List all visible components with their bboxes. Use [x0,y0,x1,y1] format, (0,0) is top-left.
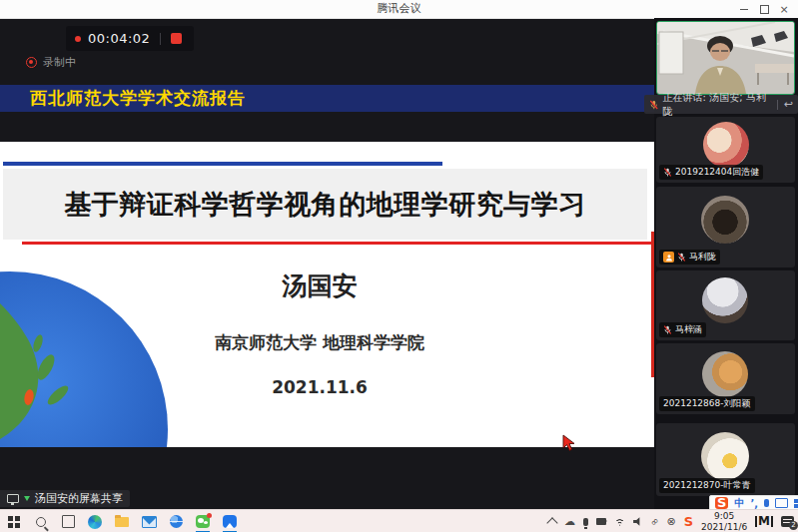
speaker-video-feed [657,22,794,94]
monitor-icon [7,494,19,503]
download-arrow-icon [24,496,30,504]
title-red-line [22,242,652,245]
slide-banner: 西北师范大学学术交流报告 [0,85,654,112]
wechat-app[interactable] [195,514,211,530]
cloud-sync-icon[interactable]: ☁ [564,515,575,528]
folder-icon [115,517,129,527]
stop-recording-icon[interactable] [171,33,182,44]
meeting-icon [223,515,237,528]
restore-layout-icon[interactable]: ↩ [784,98,793,111]
participant-name: 2019212404回浩健 [675,166,759,179]
recording-status-label: 录制中 [43,55,76,70]
avatar [701,432,749,480]
ime-lang-toggle[interactable]: 中 [734,496,744,510]
avatar [701,196,749,244]
system-tray: ☁ ∞ ⊗ S 9:05 2021/11/6 M 2 [548,510,794,532]
slide-title: 基于辩证科学哲学视角的地理学研究与学习 [64,187,586,223]
clock-date: 2021/11/6 [701,522,747,532]
title-blue-line [3,162,442,166]
tencent-meeting-window: 腾讯会议 × 00:04:02 录制中 西北师范大学学术交流报告 基于辩证科学哲… [0,0,798,532]
mic-muted-icon [677,253,686,262]
participant-tile[interactable]: 2021212870-叶常青 [656,423,795,496]
participant-name-badge: 马利陇 [659,250,720,265]
avatar [702,351,748,397]
globe-icon [170,515,183,528]
minimize-button[interactable] [734,0,754,18]
edge-icon [88,515,102,529]
participant-tile[interactable]: 2021212868-刘阳颖 [656,343,795,414]
task-view-button[interactable] [60,514,76,530]
tray-eject-icon[interactable]: ⊗ [666,515,675,528]
ime-punctuation-toggle[interactable]: ’, [750,498,758,509]
recording-dot-icon [75,36,81,42]
window-titlebar: 腾讯会议 [0,0,798,19]
search-icon [36,517,46,527]
participant-name-badge: 2021212868-刘阳颖 [659,396,755,411]
mic-muted-icon [649,100,659,110]
sogou-tray-icon[interactable]: S [684,514,693,529]
search-button[interactable] [33,514,49,530]
recording-pill[interactable]: 00:04:02 [66,26,194,51]
maximize-button[interactable] [754,0,774,18]
avatar [702,277,748,323]
wechat-icon [196,515,210,528]
participant-name-badge: 2019212404回浩健 [659,165,763,180]
tray-camera-icon[interactable] [596,518,606,525]
notification-count-badge: 2 [789,521,798,530]
notification-center-icon[interactable]: 2 [781,516,794,527]
mic-muted-icon [663,168,672,177]
wifi-icon[interactable] [614,517,625,526]
close-button[interactable]: × [774,0,794,18]
participant-tile[interactable]: 马利陇 [656,187,795,267]
ime-tools-icon[interactable] [794,499,798,503]
tray-expand-chevron-icon[interactable] [546,517,557,528]
tray-mic-icon[interactable] [583,518,588,526]
speaking-toast: 正在讲话: 汤国安; 马利陇 ↩ [644,95,798,114]
participant-tile[interactable]: 2019212404回浩健 [656,117,795,183]
tray-link-icon[interactable]: ∞ [647,515,661,529]
participant-name-badge: 马梓涵 [659,322,706,337]
speaking-toast-text: 正在讲话: 汤国安; 马利陇 [663,91,771,119]
clock-time: 9:05 [714,511,734,521]
recording-status: 录制中 [26,55,76,70]
participant-name: 2021212868-刘阳颖 [663,397,751,410]
tencent-meeting-app[interactable] [222,514,238,530]
shared-slide: 基于辩证科学哲学视角的地理学研究与学习 汤国安 南京师范大学 地理科学学院 20… [0,142,654,447]
notification-dot [207,513,212,518]
remote-cursor-icon [561,434,577,452]
taskbar-apps [6,510,238,532]
participant-name: 2021212870-叶常青 [663,479,751,492]
slide-title-block: 基于辩证科学哲学视角的地理学研究与学习 [3,169,647,240]
mail-icon [142,516,157,528]
volume-icon[interactable] [633,517,642,526]
mail-app[interactable] [141,514,157,530]
task-view-icon [62,515,75,528]
record-ring-icon [26,57,37,68]
divider [160,33,161,45]
start-button[interactable] [6,514,22,530]
participant-tile-video[interactable] [656,21,795,95]
ime-indicator[interactable]: M [755,516,773,527]
file-explorer-app[interactable] [114,514,130,530]
participant-name: 马利陇 [689,251,716,264]
screen-share-badge: 汤国安的屏幕共享 [0,490,130,507]
ime-keyboard-icon[interactable] [775,498,788,508]
divider [777,100,778,110]
recording-timer: 00:04:02 [88,31,150,46]
browser-app[interactable] [168,514,184,530]
mic-muted-icon [663,325,672,334]
edge-app[interactable] [87,514,103,530]
avatar [703,122,749,168]
screen-share-label: 汤国安的屏幕共享 [35,491,123,506]
windows-logo-icon [8,516,20,528]
sogou-logo-icon[interactable]: S [715,497,728,509]
participant-tile[interactable]: 马梓涵 [656,270,795,340]
taskbar-clock[interactable]: 9:05 2021/11/6 [701,511,747,532]
participant-name: 马梓涵 [675,323,702,336]
earth-globe-image [0,269,170,447]
window-title: 腾讯会议 [0,0,798,18]
participant-name-badge: 2021212870-叶常青 [659,478,755,493]
presenter-icon [663,252,674,263]
windows-taskbar: ☁ ∞ ⊗ S 9:05 2021/11/6 M 2 [0,509,798,532]
ime-mic-icon[interactable] [764,499,769,507]
